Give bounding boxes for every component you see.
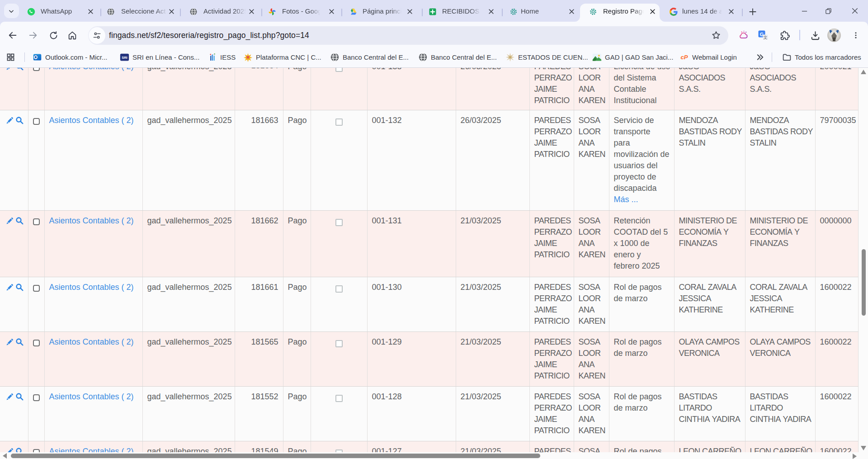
svg-text:cP: cP — [680, 53, 688, 60]
svg-text:文: 文 — [764, 35, 768, 40]
svg-text:SRI: SRI — [122, 56, 127, 60]
